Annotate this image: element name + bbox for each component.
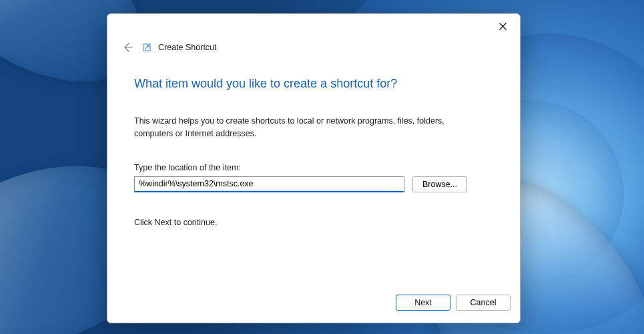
location-input[interactable] xyxy=(134,176,404,192)
create-shortcut-dialog: Create Shortcut What item would you like… xyxy=(107,13,521,323)
next-button[interactable]: Next xyxy=(396,295,450,311)
dialog-content: What item would you like to create a sho… xyxy=(107,55,520,291)
back-button[interactable] xyxy=(119,39,135,55)
dialog-footer: Next Cancel xyxy=(107,291,520,323)
shortcut-icon xyxy=(142,43,151,52)
dialog-titlebar xyxy=(107,14,520,38)
wizard-description: This wizard helps you to create shortcut… xyxy=(134,115,474,140)
location-label: Type the location of the item: xyxy=(134,163,493,172)
browse-button[interactable]: Browse... xyxy=(412,176,467,192)
arrow-left-icon xyxy=(122,42,133,53)
dialog-title: Create Shortcut xyxy=(158,43,217,52)
wizard-heading: What item would you like to create a sho… xyxy=(134,77,493,91)
close-icon xyxy=(499,23,507,30)
close-button[interactable] xyxy=(491,17,515,35)
continue-hint: Click Next to continue. xyxy=(134,218,493,227)
dialog-header: Create Shortcut xyxy=(107,38,520,55)
location-row: Browse... xyxy=(134,176,493,192)
cancel-button[interactable]: Cancel xyxy=(456,295,511,311)
